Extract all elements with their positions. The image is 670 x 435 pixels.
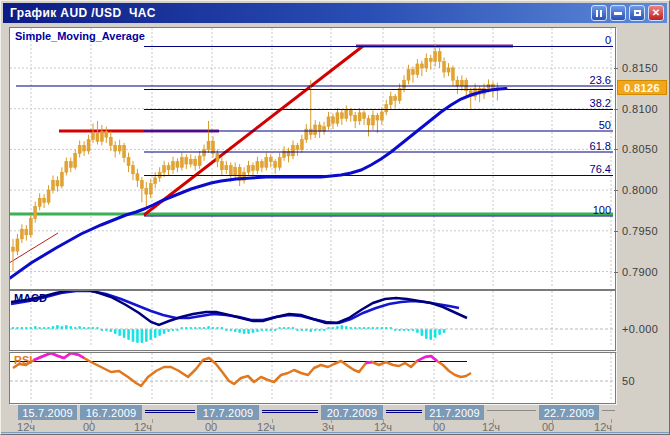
pin-button[interactable]	[591, 5, 607, 21]
time-tick	[31, 419, 32, 423]
rsi-indicator-label: RSI	[14, 354, 32, 366]
fib-label-61.8: 61.8	[590, 140, 611, 152]
close-icon: ✕	[652, 8, 660, 18]
time-tick	[434, 419, 435, 423]
macd-zero-label: +0.000	[622, 323, 658, 335]
time-tick	[493, 419, 494, 423]
macd-main-line	[11, 291, 467, 325]
macd-signal-line	[11, 291, 459, 323]
current-price-badge: 0.8126	[617, 80, 667, 95]
minimize-button[interactable]	[610, 5, 626, 21]
fib-label-50: 50	[599, 119, 611, 131]
time-tick	[152, 419, 153, 423]
rsi-overbought-segment	[34, 353, 84, 360]
rsi-overbought-segment	[366, 362, 372, 363]
price-chart-panel[interactable]: 023.638.25061.876.4100	[9, 27, 616, 290]
date-separator	[386, 410, 422, 413]
date-separator	[262, 410, 318, 413]
price-tick	[614, 68, 618, 69]
rsi-overbought-segment	[417, 356, 437, 361]
macd-histogram	[12, 325, 446, 343]
maximize-button[interactable]	[629, 5, 645, 21]
time-tick	[91, 419, 92, 423]
price-tick	[614, 231, 618, 232]
date-label: 16.7.2009	[80, 405, 142, 420]
time-tick	[331, 419, 332, 423]
price-tick	[614, 272, 618, 273]
rsi-level-label: 50	[622, 375, 635, 387]
date-separator	[602, 410, 615, 413]
macd-chart	[10, 291, 613, 348]
time-tick	[212, 419, 213, 423]
time-tick	[552, 419, 553, 423]
candles	[12, 44, 499, 272]
fib-label-100: 100	[593, 204, 611, 216]
macd-panel[interactable]	[9, 290, 616, 351]
minimize-icon	[614, 12, 622, 15]
grid	[31, 353, 611, 401]
time-tick	[383, 419, 384, 423]
maximize-icon	[634, 10, 641, 16]
fib-label-23.6: 23.6	[590, 74, 611, 86]
date-label: 21.7.2009	[425, 405, 484, 420]
chart-window: График AUD /USD ЧАС ✕ 023.638.25061.876.…	[0, 0, 670, 435]
date-separator	[487, 410, 536, 413]
grid	[10, 28, 613, 287]
rsi-chart	[10, 353, 613, 401]
date-label: 22.7.2009	[539, 405, 599, 420]
window-buttons: ✕	[591, 5, 664, 21]
sma-line	[10, 89, 506, 279]
fib-label-0: 0	[605, 34, 611, 46]
price-label: 0.7900	[622, 266, 658, 278]
price-label: 0.8100	[622, 103, 658, 115]
close-button[interactable]: ✕	[648, 5, 664, 21]
price-tick	[614, 109, 618, 110]
candlestick-chart: 023.638.25061.876.4100	[10, 28, 613, 287]
price-label: 0.8150	[622, 62, 658, 74]
time-tick	[272, 419, 273, 423]
fib-label-76.4: 76.4	[590, 163, 611, 175]
sma-indicator-label: Simple_Moving_Average	[15, 30, 145, 42]
date-label: 17.7.2009	[197, 405, 259, 420]
price-tick	[614, 190, 618, 191]
price-label: 0.8000	[622, 184, 658, 196]
date-label: 15.7.2009	[18, 405, 77, 420]
fib-label-38.2: 38.2	[590, 97, 611, 109]
pause-icon	[596, 10, 602, 17]
rsi-panel[interactable]	[9, 352, 616, 404]
title-bar[interactable]: График AUD /USD ЧАС ✕	[3, 3, 667, 23]
price-tick	[614, 149, 618, 150]
date-separator	[145, 410, 195, 413]
macd-indicator-label: MACD	[14, 292, 47, 304]
price-label: 0.8050	[622, 143, 658, 155]
date-label: 20.7.2009	[321, 405, 383, 420]
price-label: 0.7950	[622, 225, 658, 237]
time-tick	[611, 419, 612, 423]
window-title: График AUD /USD ЧАС	[3, 6, 156, 20]
